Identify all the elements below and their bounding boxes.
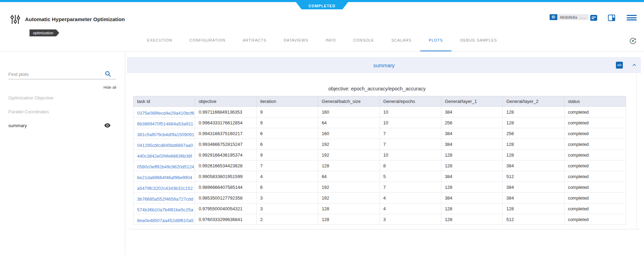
task-id-link[interactable]: 041285cbfcd845bd8887aa0 [134, 139, 195, 150]
tab-execution[interactable]: EXECUTION [138, 29, 181, 51]
task-id-link[interactable]: 574b36b10a7b4f81be5c25a [134, 203, 195, 214]
table-cell: 384 [503, 160, 564, 171]
table-cell: 8 [380, 160, 441, 171]
task-id-link[interactable]: 0375e089fecd4e29a410bcf6 [134, 107, 195, 117]
tab-plots[interactable]: PLOTS [420, 29, 452, 51]
table-cell: 64 [318, 117, 380, 128]
table-cell: 256 [503, 128, 564, 139]
column-header-general-layer-2: General/layer_2 [503, 96, 564, 107]
table-cell: 256 [441, 117, 502, 128]
task-id-link[interactable]: be21da69664f46af96e9904 [134, 171, 195, 182]
auto-refresh-button[interactable] [629, 37, 637, 45]
table-cell: 384 [441, 193, 502, 203]
tab-artifacts[interactable]: ARTIFACTS [234, 29, 275, 51]
table-cell: completed [564, 214, 626, 225]
task-id-link[interactable]: 381c5af879cb4d0fa1509091 [134, 128, 195, 139]
table-cell: 7 [380, 182, 441, 193]
task-id-text: be21da69664f46af96e9904 [137, 175, 192, 180]
table-cell: 192 [318, 193, 380, 203]
table-cell: 0.9934666752815247 [195, 139, 256, 150]
sidebar-plot-item-optimization-objective[interactable]: Optimization Objective [0, 91, 125, 105]
table-cell: 4 [380, 203, 441, 214]
table-cell: 384 [503, 193, 564, 203]
table-cell: 6 [256, 139, 318, 150]
task-id-text: 381c5af879cb4d0fa1509091 [137, 132, 194, 137]
table-cell: completed [564, 117, 626, 128]
menu-button[interactable] [627, 15, 637, 20]
table-row: 574b36b10a7b4f81be5c25a0.979550004005432… [134, 203, 626, 214]
sidebar-plot-item-parallel-coordinates[interactable]: Parallel Coordinates [0, 105, 125, 118]
comment-button[interactable] [590, 15, 598, 21]
task-id-text: 6b3869470f514884a53a911 [137, 121, 193, 126]
table-cell: 384 [441, 171, 502, 182]
tab-bar: EXECUTIONCONFIGURATIONARTIFACTSDATAVIEWS… [0, 29, 644, 52]
table-cell: 0.9896666407585144 [195, 182, 256, 193]
table-cell: completed [564, 203, 626, 214]
table-row: 0580c0eff92b49c9820d51240.99261665344238… [134, 160, 626, 171]
tab-configuration[interactable]: CONFIGURATION [181, 29, 234, 51]
summary-table-head-row: task idobjectiveiterationGeneral/batch_s… [134, 96, 626, 107]
tab-dataviews[interactable]: DATAVIEWS [275, 29, 317, 51]
eye-icon[interactable] [104, 123, 110, 128]
table-cell: 0.9943166375160217 [195, 128, 256, 139]
widget-scroll-edge [636, 73, 637, 229]
table-cell: completed [564, 171, 626, 182]
experiment-id-badge[interactable]: ID 48db0b8a ... [550, 14, 588, 20]
embed-code-button[interactable]: </> [616, 62, 623, 69]
tab-info[interactable]: INFO [317, 29, 345, 51]
task-id-text: 8ea0e48507aa452d8f610a5 [137, 218, 194, 223]
task-id-link[interactable]: a5479fc3202c4343b32c152 [134, 182, 195, 193]
search-underline [8, 79, 116, 79]
table-cell: 0.9795500040054321 [195, 203, 256, 214]
table-cell: 384 [441, 139, 502, 150]
table-cell: 384 [441, 107, 502, 117]
column-header-iteration: iteration [256, 96, 318, 107]
details-panel-button[interactable] [608, 15, 615, 21]
panels-icon [608, 17, 615, 22]
table-cell: completed [564, 150, 626, 160]
hamburger-icon [627, 15, 637, 20]
tab-console[interactable]: CONSOLE [345, 29, 383, 51]
column-header-task-id: task id [134, 96, 195, 107]
table-cell: 9 [256, 117, 318, 128]
task-id-text: 0580c0eff92b49c9820d5124 [137, 164, 194, 169]
table-cell: 9 [256, 150, 318, 160]
task-id-link[interactable]: 0580c0eff92b49c9820d5124 [134, 160, 195, 171]
embed-code-icon: </> [617, 63, 621, 67]
table-row: 440c3842ef2f4fe68636b38f0.99291664361953… [134, 150, 626, 160]
table-cell: 2 [256, 214, 318, 225]
table-cell: 192 [318, 150, 380, 160]
task-id-link[interactable]: 440c3842ef2f4fe68636b38f [134, 150, 195, 160]
task-id-link[interactable]: 3b76685a552f4658a727cdd [134, 193, 195, 203]
sidebar-plot-item-summary[interactable]: summary [0, 118, 125, 132]
find-plots-input[interactable] [8, 70, 103, 78]
hide-all-button[interactable]: Hide all [8, 85, 116, 89]
table-cell: 10 [380, 150, 441, 160]
status-color-bar [0, 0, 644, 2]
auto-refresh-icon [629, 41, 637, 46]
search-icon[interactable] [105, 71, 111, 77]
table-cell: completed [564, 107, 626, 117]
task-id-link[interactable]: 6b3869470f514884a53a911 [134, 117, 195, 128]
table-row: 3b76685a552f4658a727cdd0.985350012779235… [134, 193, 626, 203]
table-cell: 7 [380, 128, 441, 139]
table-cell: 128 [441, 203, 502, 214]
table-cell: 64 [318, 171, 380, 182]
table-cell: 10 [380, 117, 441, 128]
table-cell: 192 [318, 182, 380, 193]
collapse-widget-button[interactable] [632, 63, 637, 68]
table-cell: 3 [256, 193, 318, 203]
status-ribbon-label: COMPLETED [308, 4, 336, 8]
table-cell: 3 [256, 203, 318, 214]
tab-debug-samples[interactable]: DEBUG SAMPLES [451, 29, 506, 51]
sidebar-divider [125, 52, 125, 255]
table-cell: completed [564, 139, 626, 150]
summary-table: task idobjectiveiterationGeneral/batch_s… [133, 96, 626, 225]
table-cell: 5 [380, 171, 441, 182]
tab-scalars[interactable]: SCALARS [383, 29, 420, 51]
task-id-link[interactable]: 8ea0e48507aa452d8f610a5 [134, 214, 195, 225]
experiment-title: Automatic Hyperparameter Optimization [25, 16, 125, 22]
table-cell: 512 [503, 171, 564, 182]
plot-title: objective: epoch_accuracy/epoch_accuracy [127, 86, 627, 91]
summary-table-body: 0375e089fecd4e29a410bcf60.99711668491363… [134, 107, 626, 225]
